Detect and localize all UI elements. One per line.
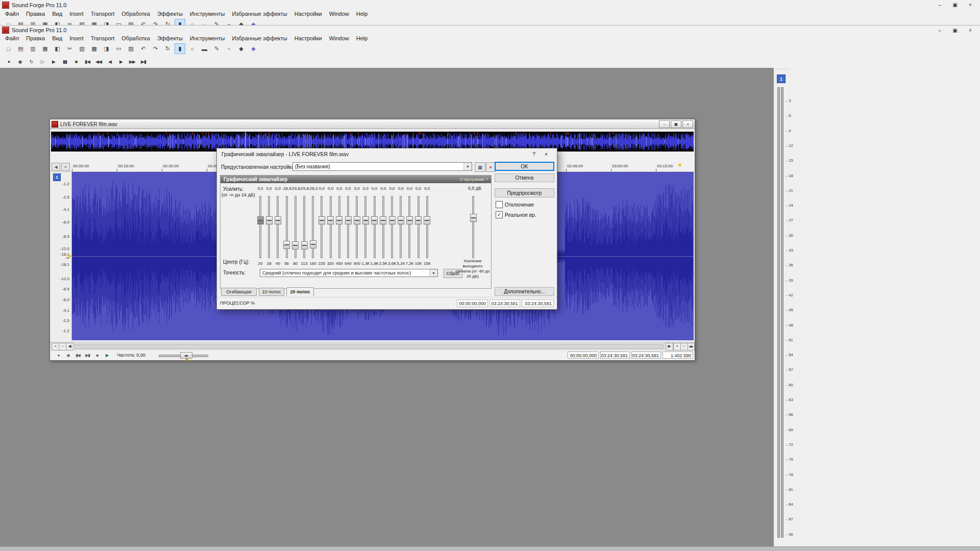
scrollbar-track[interactable]	[72, 343, 665, 350]
eq-band-slider[interactable]	[310, 240, 316, 248]
stop-button[interactable]: ■	[71, 57, 81, 66]
go-to-start-button[interactable]: ▮◀	[74, 352, 82, 359]
paste-button[interactable]: ▩	[89, 43, 100, 54]
chevron-down-icon[interactable]: ▾	[463, 163, 472, 170]
eq-band-slider[interactable]	[424, 216, 430, 224]
zoom-out-button[interactable]: −	[680, 343, 688, 350]
tab-20-band[interactable]: 20 полос	[286, 287, 314, 296]
eq-band-track[interactable]	[259, 196, 261, 258]
preset-combobox[interactable]: (Без названия) ▾	[292, 162, 472, 171]
menu-item[interactable]: Инструменты	[186, 35, 229, 41]
eq-band-slider[interactable]	[266, 216, 273, 224]
loop-end-marker-icon[interactable]	[678, 164, 682, 167]
menu-item[interactable]: Инструменты	[186, 11, 229, 17]
selection-start-field[interactable]: 03:24:30,581	[600, 352, 630, 359]
preview-button[interactable]: Предпросмотр	[495, 188, 554, 197]
cut-button[interactable]: ✂	[64, 43, 75, 54]
chevron-down-icon[interactable]: ▾	[429, 269, 437, 277]
eq-band-slider[interactable]	[275, 216, 281, 224]
zoom-out-button[interactable]: −	[59, 343, 66, 350]
restore-button[interactable]: ▣	[947, 0, 963, 10]
magnify-tool-button[interactable]: ○	[187, 43, 198, 54]
eq-band-slider[interactable]	[371, 216, 378, 224]
eq-band-track[interactable]	[391, 196, 393, 258]
eq-band-track[interactable]	[347, 196, 349, 258]
new-file-button[interactable]: □	[3, 43, 14, 54]
eq-band-slider[interactable]	[415, 216, 422, 224]
copy-button[interactable]: ▧	[77, 43, 87, 54]
close-button[interactable]: ×	[540, 151, 552, 157]
checkbox-box[interactable]: ✓	[496, 211, 503, 218]
eq-band-track[interactable]	[418, 196, 420, 258]
menu-item[interactable]: Эффекты	[154, 11, 186, 17]
restore-button[interactable]: ▣	[947, 26, 963, 35]
about-link[interactable]: О программе ?	[459, 177, 488, 182]
play-device-button[interactable]: ◉	[64, 352, 72, 359]
trim-button[interactable]: ▭	[113, 43, 124, 54]
go-to-end-button[interactable]: ▶▮	[139, 57, 148, 66]
menu-item[interactable]: Help	[353, 35, 372, 41]
minimize-button[interactable]: –	[932, 0, 947, 10]
scrollbar-thumb[interactable]	[74, 344, 664, 349]
menu-item[interactable]: Настройки	[291, 11, 326, 17]
menu-item[interactable]: Эффекты	[154, 35, 186, 41]
go-to-start-button[interactable]: ▮◀	[83, 57, 92, 66]
eq-band-slider[interactable]	[354, 216, 360, 224]
eq-band-slider[interactable]	[283, 241, 290, 249]
eq-band-track[interactable]	[364, 196, 366, 258]
save-all-button[interactable]: ▦	[40, 43, 51, 54]
eq-band-track[interactable]	[286, 196, 288, 258]
menu-item[interactable]: Insert	[66, 35, 87, 41]
eq-band-track[interactable]	[338, 196, 340, 258]
eq-band-track[interactable]	[382, 196, 384, 258]
menu-item[interactable]: Избранные эффекты	[228, 11, 290, 17]
eq-band-track[interactable]	[356, 196, 358, 258]
menu-item[interactable]: Insert	[66, 11, 87, 17]
undo-button[interactable]: ↶	[138, 43, 149, 54]
menu-item[interactable]: Window	[326, 11, 353, 17]
stop-button[interactable]: ■	[93, 352, 102, 359]
eq-band-track[interactable]	[400, 196, 402, 258]
eq-band-slider[interactable]	[398, 216, 404, 224]
open-file-button[interactable]: ▤	[15, 43, 26, 54]
minimize-button[interactable]: –	[659, 120, 670, 128]
output-gain-slider[interactable]	[470, 214, 477, 222]
eq-band-slider[interactable]	[336, 216, 342, 224]
zoom-in-button[interactable]: +	[673, 343, 681, 350]
menu-item[interactable]: Help	[353, 11, 372, 17]
publish-button[interactable]: ◧	[52, 43, 63, 54]
eq-band-track[interactable]	[321, 196, 323, 258]
menu-item[interactable]: Правка	[22, 11, 48, 17]
menu-item[interactable]: Настройки	[291, 35, 326, 41]
menu-item[interactable]: Transport	[87, 11, 118, 17]
position-field[interactable]: 00:00:00,000	[568, 352, 599, 359]
fast-forward-button[interactable]: ▶▶	[128, 57, 137, 66]
eq-band-slider[interactable]	[389, 216, 396, 224]
repeat-button[interactable]: ↻	[162, 43, 173, 54]
menu-item[interactable]: Обработка	[118, 11, 153, 17]
eq-band-track[interactable]	[312, 196, 314, 258]
ok-button[interactable]: OK	[495, 162, 554, 171]
paste-special-button[interactable]: ▨	[126, 43, 136, 54]
mix-button[interactable]: ◨	[101, 43, 112, 54]
loop-record-button[interactable]: ◉	[15, 57, 24, 66]
record-button[interactable]: ●	[54, 352, 63, 359]
dialog-titlebar[interactable]: Графический эквалайзер - LIVE FOREVER fi…	[217, 148, 557, 160]
menu-item[interactable]: Файл	[2, 35, 22, 41]
checkbox-box[interactable]	[496, 201, 503, 208]
save-button[interactable]: ▥	[28, 43, 38, 54]
redo-button[interactable]: ↷	[150, 43, 161, 54]
play-all-button[interactable]: ▷	[38, 57, 47, 66]
eq-band-slider[interactable]	[327, 216, 334, 224]
menu-item[interactable]: Обработка	[118, 35, 153, 41]
record-button[interactable]: ●	[4, 57, 13, 66]
go-to-end-button[interactable]: ▶▮	[83, 352, 92, 359]
eq-band-track[interactable]	[408, 196, 410, 258]
rewind-button[interactable]: ◀◀	[94, 57, 103, 66]
tab-envelope[interactable]: Огибающая	[221, 288, 257, 296]
menu-item[interactable]: Window	[326, 35, 353, 41]
minimize-button[interactable]: –	[932, 26, 947, 35]
eq-band-track[interactable]	[330, 196, 332, 258]
envelope-tool-button[interactable]: ~	[224, 43, 234, 54]
zoom-in-button[interactable]: +	[52, 343, 59, 350]
